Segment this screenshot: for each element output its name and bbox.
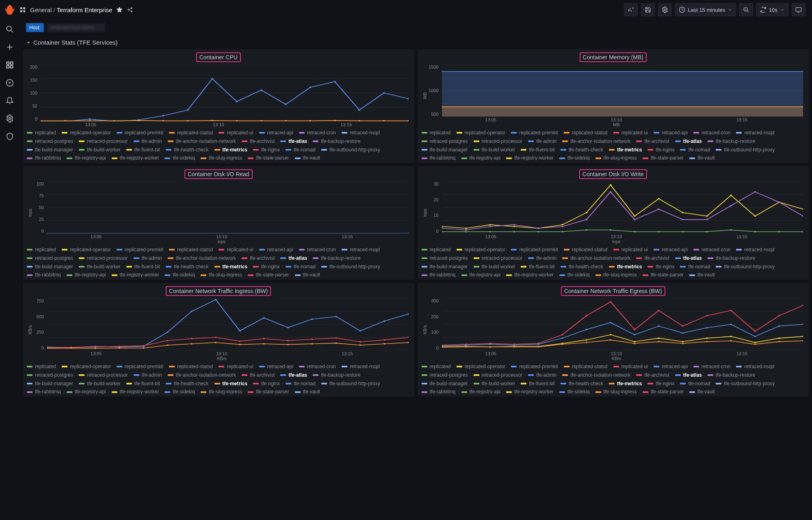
legend-item[interactable]: replicated-operator	[457, 129, 506, 136]
legend-item[interactable]: tfe-nginx	[647, 147, 674, 153]
dashboards-icon[interactable]	[6, 61, 14, 69]
legend-item[interactable]: tfe-sidekiq	[165, 155, 195, 160]
legend-item[interactable]: replicated	[27, 129, 56, 136]
legend-item[interactable]: tfe-archivist	[242, 138, 275, 145]
legend-item[interactable]: tfe-nomad	[286, 380, 316, 387]
config-icon[interactable]	[6, 114, 14, 123]
legend-item[interactable]: tfe-metrics	[609, 147, 642, 153]
legend-item[interactable]: tfe-fluent-bit	[521, 380, 554, 387]
legend-item[interactable]: tfe-fluent-bit	[126, 263, 160, 270]
legend-item[interactable]: tfe-sidekiq	[559, 272, 590, 277]
legend-item[interactable]: tfe-build-manager	[422, 380, 468, 387]
legend-item[interactable]: retraced-postgres	[422, 255, 468, 262]
legend-item[interactable]: replicated-statsd	[564, 363, 608, 370]
legend-item[interactable]: tfe-backup-restore	[708, 255, 755, 262]
legend-item[interactable]: tfe-build-manager	[422, 147, 468, 153]
legend-item[interactable]: tfe-registry-worker	[112, 155, 159, 160]
legend-item[interactable]: tfe-registry-api	[461, 272, 501, 277]
legend-item[interactable]: tfe-nomad	[680, 380, 710, 387]
legend-item[interactable]: retraced-api	[259, 246, 293, 253]
legend-item[interactable]: tfe-registry-worker	[112, 272, 159, 277]
panel-title[interactable]: Container Disk I/O Read	[184, 169, 253, 179]
legend-item[interactable]: retraced-processor	[474, 372, 523, 379]
legend[interactable]: replicatedreplicated-operatorreplicated-…	[27, 244, 410, 277]
legend[interactable]: replicatedreplicated-operatorreplicated-…	[27, 361, 410, 394]
legend-item[interactable]: tfe-health-check	[166, 380, 208, 387]
legend-item[interactable]: retraced-cron	[693, 129, 730, 136]
legend-item[interactable]: tfe-registry-api	[461, 388, 501, 394]
legend-item[interactable]: replicated-operator	[62, 129, 111, 136]
legend-item[interactable]: tfe-metrics	[214, 380, 247, 387]
legend-item[interactable]: tfe-outbound-http-proxy	[716, 380, 775, 387]
chart-plot[interactable]: 1007550250	[33, 181, 410, 233]
legend-item[interactable]: tfe-atlas	[675, 372, 702, 379]
legend-item[interactable]: retraced-nsqd	[736, 363, 774, 370]
legend-item[interactable]: replicated-statsd	[564, 129, 608, 136]
legend-item[interactable]: tfe-nomad	[286, 147, 316, 153]
legend[interactable]: replicatedreplicated-operatorreplicated-…	[422, 127, 805, 160]
legend-item[interactable]: tfe-vault	[295, 155, 320, 160]
panel-title[interactable]: Container CPU	[196, 52, 241, 62]
legend-item[interactable]: tfe-fluent-bit	[126, 147, 160, 153]
legend-item[interactable]: retraced-cron	[693, 246, 730, 253]
legend-item[interactable]: tfe-admin	[528, 255, 556, 262]
legend-item[interactable]: tfe-sidekiq	[559, 155, 590, 160]
legend-item[interactable]: tfe-registry-worker	[112, 388, 159, 394]
legend-item[interactable]: tfe-outbound-http-proxy	[716, 147, 775, 153]
legend-item[interactable]: replicated-statsd	[169, 129, 213, 136]
legend-item[interactable]: retraced-processor	[79, 138, 128, 145]
legend-item[interactable]: replicated	[27, 363, 56, 370]
legend[interactable]: replicatedreplicated-operatorreplicated-…	[422, 361, 805, 394]
legend-item[interactable]: tfe-state-parser	[643, 272, 684, 277]
legend-item[interactable]: replicated-ui	[219, 363, 253, 370]
panel-title[interactable]: Container Network Traffic Egress (BW)	[561, 286, 665, 296]
legend-item[interactable]: tfe-anchor-isolation-network	[562, 255, 630, 262]
legend-item[interactable]: tfe-state-parser	[248, 388, 289, 394]
legend-item[interactable]: retraced-postgres	[27, 138, 73, 145]
legend-item[interactable]: tfe-outbound-http-proxy	[321, 263, 380, 270]
legend-item[interactable]: replicated	[422, 129, 451, 136]
legend-item[interactable]: tfe-sidekiq	[165, 388, 195, 394]
save-button[interactable]	[641, 3, 655, 16]
legend-item[interactable]: tfe-backup-restore	[313, 372, 360, 379]
legend-item[interactable]: tfe-atlas	[280, 372, 307, 379]
legend-item[interactable]: tfe-metrics	[214, 147, 247, 153]
legend-item[interactable]: tfe-nomad	[680, 147, 710, 153]
legend-item[interactable]: tfe-nginx	[253, 263, 280, 270]
add-panel-button[interactable]	[624, 3, 638, 16]
legend-item[interactable]: tfe-slug-ingress	[595, 155, 637, 160]
legend-item[interactable]: retraced-cron	[299, 363, 336, 370]
legend-item[interactable]: retraced-processor	[79, 372, 128, 379]
legend-item[interactable]: tfe-build-worker	[474, 263, 515, 270]
legend-item[interactable]: tfe-backup-restore	[708, 138, 755, 145]
legend-item[interactable]: retraced-postgres	[422, 372, 468, 379]
legend-item[interactable]: tfe-anchor-isolation-network	[562, 138, 630, 145]
chart-plot[interactable]: 7505002500	[33, 298, 410, 350]
legend-item[interactable]: tfe-slug-ingress	[201, 388, 242, 394]
legend-item[interactable]: tfe-anchor-isolation-network	[168, 255, 236, 262]
legend-item[interactable]: retraced-cron	[693, 363, 730, 370]
legend[interactable]: replicatedreplicated-operatorreplicated-…	[422, 244, 805, 277]
legend-item[interactable]: tfe-vault	[295, 388, 320, 394]
chart-plot[interactable]: 15001000500	[428, 65, 805, 117]
legend-item[interactable]: replicated-ui	[219, 246, 253, 253]
legend-item[interactable]: retraced-api	[654, 129, 688, 136]
legend-item[interactable]: retraced-api	[259, 363, 293, 370]
legend-item[interactable]: tfe-rabbitmq	[422, 272, 456, 277]
share-icon[interactable]	[127, 6, 133, 13]
legend-item[interactable]: retraced-api	[654, 246, 688, 253]
legend-item[interactable]: retraced-api	[654, 363, 688, 370]
legend-item[interactable]: tfe-backup-restore	[313, 138, 360, 145]
admin-icon[interactable]	[6, 132, 14, 140]
grafana-logo-icon[interactable]	[4, 4, 15, 15]
legend-item[interactable]: replicated-ui	[219, 129, 253, 136]
legend-item[interactable]: tfe-state-parser	[248, 272, 289, 277]
legend-item[interactable]: tfe-anchor-isolation-network	[168, 138, 236, 145]
legend-item[interactable]: tfe-nomad	[286, 263, 316, 270]
legend-item[interactable]: tfe-admin	[134, 372, 162, 379]
legend-item[interactable]: tfe-rabbitmq	[422, 388, 456, 394]
legend-item[interactable]: tfe-outbound-http-proxy	[321, 147, 380, 153]
settings-button[interactable]	[658, 3, 672, 16]
legend-item[interactable]: tfe-atlas	[280, 255, 307, 262]
legend-item[interactable]: tfe-vault	[689, 388, 715, 394]
